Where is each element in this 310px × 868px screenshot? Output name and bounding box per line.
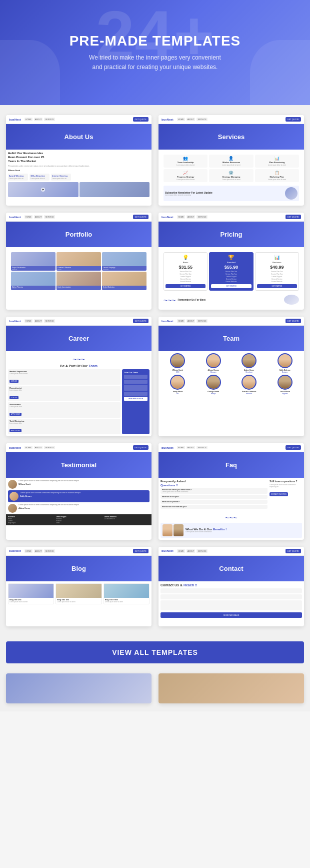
portfolio-nav-logo: busNext xyxy=(9,216,21,219)
nav-cta-btn[interactable]: GET QUOTE xyxy=(286,549,301,553)
pricing-standard-btn[interactable]: GET STARTED xyxy=(211,284,251,288)
team-grid: Wilson Scott CEO Alison Brows Manager Ad… xyxy=(160,353,302,395)
team-photo-5 xyxy=(170,375,185,390)
career-card-header: Career xyxy=(6,326,152,351)
contact-mini-nav: busNext HOME ABOUT SERVICE GET QUOTE xyxy=(158,547,304,556)
career-form-email-field[interactable] xyxy=(124,380,148,384)
about-card-title: About Us xyxy=(11,133,146,141)
career-mini-nav: busNext HOME ABOUT SERVICE GET QUOTE xyxy=(6,317,152,326)
template-card-testimonial: busNext HOME ABOUT SERVICE GET QUOTE Tes… xyxy=(6,443,152,540)
career-card-body: ~~~ Be A Part Of Our Team Market Supervi… xyxy=(6,351,152,436)
template-card-career: busNext HOME ABOUT SERVICE GET QUOTE Car… xyxy=(6,317,152,436)
services-card-title: Services xyxy=(164,133,299,141)
pricing-card-body: 💡 Basic $31.55 Service Plan One Service … xyxy=(158,247,304,310)
view-all-button[interactable]: VIEW ALL TEMPLATES xyxy=(6,641,304,663)
portfolio-item-3: Launch Campaign Marketing xyxy=(102,252,146,271)
nav-link: HOME xyxy=(177,446,185,449)
career-form-title: Join Our Team xyxy=(124,371,148,374)
nav-cta-btn[interactable]: GET QUOTE xyxy=(286,215,301,219)
bottom-card-2 xyxy=(158,673,304,703)
pricing-standard: 🏆 Standard $55.90 Service Plan One Servi… xyxy=(209,252,253,291)
nav-cta-btn[interactable]: GET QUOTE xyxy=(286,117,301,122)
about-icon-attraction: 100+ Attraction Lorem ipsum dolor sit xyxy=(30,174,50,181)
view-all-section: VIEW ALL TEMPLATES xyxy=(0,636,310,673)
services-grid: 👥 Team Leadership Lorem ipsum dolor sit … xyxy=(162,153,301,184)
hero-title: PRE-MADE TEMPLATES xyxy=(70,33,241,49)
nav-link: ABOUT xyxy=(34,446,43,449)
nav-cta-btn[interactable]: GET QUOTE xyxy=(133,215,148,219)
faq-card-title: Faq xyxy=(164,461,299,469)
newsletter-image xyxy=(285,187,298,200)
career-jobs: Market Supervisor Lorem ipsum dolor sit … xyxy=(8,369,150,434)
nav-cta-btn[interactable]: GET QUOTE xyxy=(133,445,148,450)
career-job-btn-3[interactable]: APPLY NOW xyxy=(10,413,22,416)
template-card-contact: busNext HOME ABOUT SERVICE GET QUOTE Con… xyxy=(158,547,304,626)
contact-nav-logo: busNext xyxy=(162,549,174,552)
nav-link: ABOUT xyxy=(34,215,43,219)
nav-cta-btn[interactable]: GET QUOTE xyxy=(286,319,301,323)
nav-link: HOME xyxy=(24,215,32,219)
team-member-5: Jenny White HR xyxy=(160,375,195,395)
nav-cta-btn[interactable]: GET QUOTE xyxy=(133,117,148,122)
contact-name-field[interactable] xyxy=(160,588,302,593)
pricing-standard-plan: Standard xyxy=(211,261,251,264)
portfolio-label-5: Under Improvisation Business xyxy=(56,286,101,290)
team-photo-6 xyxy=(206,375,221,390)
nav-link: SERVICE xyxy=(44,118,55,121)
career-job-btn-1[interactable]: JOIN US xyxy=(10,380,18,383)
pricing-basic-plan: Basic xyxy=(166,261,206,264)
about-text: Perspiciatis unde omnis iste natus error… xyxy=(8,165,150,168)
contact-submit-btn[interactable]: SEND MESSAGE xyxy=(160,612,302,618)
pricing-standard-icon: 🏆 xyxy=(211,255,251,260)
faq-contact-btn[interactable]: CONTACT QUESTION xyxy=(270,492,288,496)
team-photo-7 xyxy=(242,375,256,390)
nav-cta-btn[interactable]: GET QUOTE xyxy=(286,445,301,450)
pricing-basic-btn[interactable]: GET STARTED xyxy=(166,284,206,288)
testimonial-footer: busNext About Career Blog Pages Other Pa… xyxy=(6,514,152,525)
team-role-1: CEO xyxy=(160,371,195,373)
faq-people xyxy=(162,524,184,536)
contact-message-field[interactable] xyxy=(160,600,302,610)
pricing-basic-price: $31.55 xyxy=(166,265,206,270)
testimonial-card-header: Testimonial xyxy=(6,452,152,478)
career-job-btn-2[interactable]: JOIN US xyxy=(10,396,18,399)
nav-cta-btn[interactable]: GET QUOTE xyxy=(133,319,148,323)
faq-nav-logo: busNext xyxy=(162,446,174,449)
pricing-footer-img xyxy=(284,295,299,305)
portfolio-item-5: Under Improvisation Business xyxy=(56,272,101,290)
service-strategy-managing: ⚙️ Strategy Managing Lorem ipsum dolor s… xyxy=(209,169,253,182)
nav-link: HOME xyxy=(177,549,185,553)
career-form-submit-btn[interactable]: SEND APPLICATION xyxy=(124,397,148,401)
nav-cta-btn[interactable]: GET QUOTE xyxy=(133,549,148,553)
contact-email-field[interactable] xyxy=(160,594,302,599)
testimonial-nav-logo: busNext xyxy=(9,446,21,449)
newsletter-text: Subscribe Newsletter For Latest Update L… xyxy=(165,191,283,196)
team-photo-3 xyxy=(242,353,256,368)
pricing-business-plan: Business xyxy=(257,261,297,264)
nav-link: SERVICE xyxy=(44,446,55,449)
nav-link: ABOUT xyxy=(34,549,43,553)
career-job-btn-4[interactable]: APPLY NOW xyxy=(10,429,22,432)
career-form-file-field[interactable] xyxy=(124,392,148,396)
play-icon[interactable]: ▶ xyxy=(41,188,45,192)
about-img-2 xyxy=(80,182,150,197)
portfolio-mini-nav: busNext HOME ABOUT SERVICE GET QUOTE xyxy=(6,213,152,222)
testimonial-text-col-3: Lorem ipsum dolor sit amet consectetur a… xyxy=(18,504,150,509)
team-photo-4 xyxy=(278,353,292,368)
pricing-business-btn[interactable]: GET STARTED xyxy=(257,284,297,288)
pricing-business: 📊 Business $40.99 Service Plan One Servi… xyxy=(255,252,299,291)
contact-heading: Contact Us & Reach !! xyxy=(160,583,302,587)
faq-left: Frequently AskedQuestions !! How do we d… xyxy=(160,480,268,510)
template-card-faq: busNext HOME ABOUT SERVICE GET QUOTE Faq… xyxy=(158,443,304,540)
services-nav-logo: busNext xyxy=(162,118,174,121)
testimonial-card-title: Testimonial xyxy=(11,461,146,469)
career-form-position-field[interactable] xyxy=(124,385,148,391)
portfolio-label-2: Creative & Selection Design xyxy=(56,266,101,271)
nav-link: HOME xyxy=(177,118,185,121)
template-card-team: busNext HOME ABOUT SERVICE GET QUOTE Tea… xyxy=(158,317,304,436)
career-form-name-field[interactable] xyxy=(124,375,148,379)
nav-link: SERVICE xyxy=(44,319,55,323)
blog-img-2 xyxy=(56,584,101,598)
about-card-body: Hello! Our Business HasBeen Present For … xyxy=(6,150,152,199)
services-card-header: Services xyxy=(158,124,304,150)
